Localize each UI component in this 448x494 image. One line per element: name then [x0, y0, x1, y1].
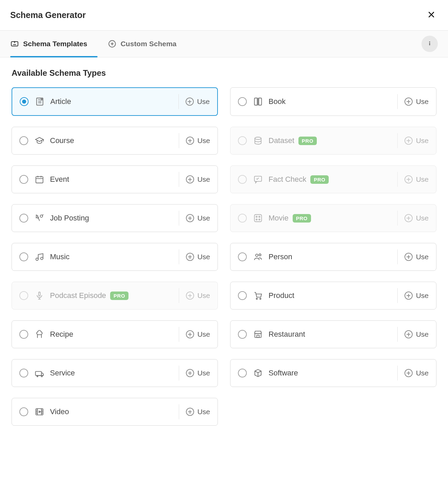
- schema-card-product[interactable]: Product Use: [230, 282, 436, 310]
- restaurant-icon: [253, 330, 263, 339]
- use-button-factcheck: Use: [397, 172, 429, 187]
- plus-icon: [404, 292, 413, 300]
- info-button[interactable]: [421, 36, 438, 52]
- use-button-movie: Use: [397, 211, 429, 226]
- podcast-icon: [34, 291, 45, 300]
- schema-card-service[interactable]: Service Use: [12, 359, 218, 387]
- schema-card-book[interactable]: Book Use: [230, 87, 436, 116]
- radio-article[interactable]: [20, 97, 29, 106]
- use-button-jobposting[interactable]: Use: [179, 211, 210, 226]
- schema-cards-grid: Article Use Book Use Course Use: [12, 87, 436, 426]
- schema-card-person[interactable]: Person Use: [230, 243, 436, 271]
- schema-card-recipe[interactable]: Recipe Use: [12, 320, 218, 348]
- schema-card-software[interactable]: Software Use: [230, 359, 436, 387]
- radio-recipe[interactable]: [19, 330, 28, 339]
- plus-icon: [186, 330, 194, 338]
- radio-person[interactable]: [238, 252, 247, 261]
- use-button-music[interactable]: Use: [179, 249, 210, 264]
- radio-product[interactable]: [238, 291, 247, 300]
- plus-icon: [186, 214, 194, 222]
- software-icon: [253, 368, 263, 378]
- pro-badge: PRO: [298, 137, 317, 145]
- radio-course[interactable]: [19, 136, 28, 145]
- radio-podcast: [19, 291, 28, 300]
- schema-card-dataset: DatasetPRO Use: [230, 127, 436, 155]
- use-button-event[interactable]: Use: [179, 172, 210, 187]
- pro-badge: PRO: [110, 292, 128, 300]
- use-button-book[interactable]: Use: [397, 94, 429, 109]
- schema-label: MoviePRO: [269, 214, 397, 223]
- tab-schema-templates[interactable]: Schema Templates: [10, 31, 98, 57]
- modal-title: Schema Generator: [10, 10, 86, 20]
- close-button[interactable]: [425, 8, 438, 22]
- radio-event[interactable]: [19, 175, 28, 184]
- radio-factcheck: [238, 175, 247, 184]
- modal-header: Schema Generator: [0, 0, 448, 30]
- use-button-article[interactable]: Use: [178, 94, 210, 109]
- plus-icon: [186, 292, 194, 300]
- radio-movie: [238, 214, 247, 223]
- use-button-restaurant[interactable]: Use: [397, 327, 429, 342]
- product-icon: [253, 291, 263, 300]
- plus-icon: [186, 369, 194, 377]
- plus-icon: [404, 253, 413, 261]
- schema-label: DatasetPRO: [269, 136, 397, 145]
- schema-label: Recipe: [50, 330, 179, 339]
- radio-service[interactable]: [19, 369, 28, 377]
- schema-label: Music: [50, 252, 179, 261]
- content-area: Available Schema Types Article Use Book …: [0, 57, 448, 446]
- svg-rect-7: [36, 177, 43, 183]
- service-icon: [34, 368, 45, 378]
- schema-card-restaurant[interactable]: Restaurant Use: [230, 320, 436, 348]
- schema-label: Person: [269, 252, 397, 261]
- svg-point-15: [36, 258, 38, 261]
- svg-point-12: [259, 216, 260, 217]
- radio-restaurant[interactable]: [238, 330, 247, 339]
- schema-card-music[interactable]: Music Use: [12, 243, 218, 271]
- use-button-course[interactable]: Use: [179, 133, 210, 148]
- schema-card-event[interactable]: Event Use: [12, 165, 218, 193]
- plus-icon: [404, 137, 413, 145]
- svg-point-11: [256, 216, 257, 217]
- radio-software[interactable]: [238, 369, 247, 377]
- radio-music[interactable]: [19, 252, 28, 261]
- plus-icon: [404, 330, 413, 338]
- movie-icon: [253, 213, 263, 223]
- schema-label: Restaurant: [269, 330, 397, 339]
- use-button-dataset: Use: [397, 133, 429, 148]
- schema-card-article[interactable]: Article Use: [12, 87, 218, 116]
- schema-card-video[interactable]: Video Use: [12, 398, 218, 426]
- radio-dataset: [238, 136, 247, 145]
- schema-card-jobposting[interactable]: Job Posting Use: [12, 204, 218, 232]
- svg-point-14: [259, 219, 260, 220]
- use-button-podcast: Use: [179, 288, 210, 303]
- plus-icon: [404, 98, 413, 106]
- music-icon: [34, 252, 45, 262]
- event-icon: [34, 175, 45, 184]
- schema-label: Article: [50, 97, 178, 106]
- pro-badge: PRO: [293, 214, 311, 223]
- schema-label: Event: [50, 175, 179, 184]
- svg-rect-19: [39, 292, 40, 296]
- radio-jobposting[interactable]: [19, 214, 28, 223]
- dataset-icon: [253, 136, 263, 145]
- use-button-recipe[interactable]: Use: [179, 327, 210, 342]
- factcheck-icon: [253, 175, 263, 184]
- svg-point-24: [37, 376, 38, 377]
- use-button-product[interactable]: Use: [397, 288, 429, 303]
- use-button-service[interactable]: Use: [179, 366, 210, 381]
- use-button-software[interactable]: Use: [397, 366, 429, 381]
- radio-video[interactable]: [19, 407, 28, 416]
- schema-generator-modal: Schema Generator Schema Templates Custom…: [0, 0, 448, 446]
- schema-label: Podcast EpisodePRO: [50, 291, 179, 300]
- tab-custom-schema[interactable]: Custom Schema: [108, 31, 187, 57]
- plus-icon: [404, 214, 413, 222]
- book-icon: [253, 97, 263, 106]
- use-button-person[interactable]: Use: [397, 249, 429, 264]
- use-button-video[interactable]: Use: [179, 404, 210, 419]
- schema-card-course[interactable]: Course Use: [12, 127, 218, 155]
- tab-label: Schema Templates: [23, 40, 87, 48]
- templates-icon: [10, 39, 19, 48]
- plus-circle-icon: [108, 39, 117, 48]
- radio-book[interactable]: [238, 97, 247, 106]
